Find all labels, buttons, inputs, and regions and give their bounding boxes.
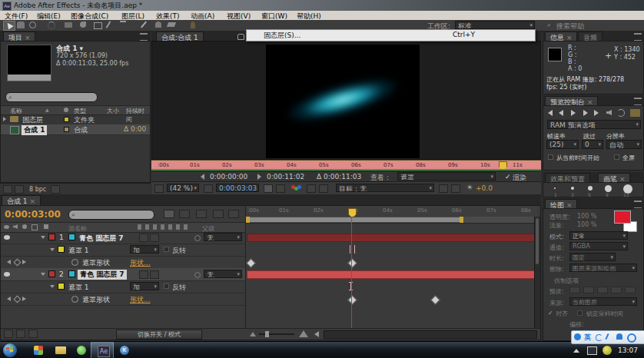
in-point-icon[interactable] xyxy=(201,174,204,180)
timeline-search-input[interactable]: ⌕ xyxy=(68,210,154,220)
timeline-zoom-slider[interactable] xyxy=(259,333,294,335)
expander-icon[interactable] xyxy=(3,117,6,121)
work-area-bar[interactable] xyxy=(246,217,537,224)
show-snapshot-icon[interactable] xyxy=(276,184,285,193)
in-time[interactable]: 0:00:00:00 xyxy=(210,173,247,181)
render-check-icon[interactable]: ✓ xyxy=(505,173,511,181)
shape-tool[interactable] xyxy=(94,22,102,29)
quality-switch[interactable] xyxy=(139,234,148,242)
panel-menu-icon[interactable] xyxy=(634,98,642,105)
flow-value[interactable]: 100 % xyxy=(577,221,596,228)
prev-frame-button[interactable] xyxy=(559,110,563,116)
prev-keyframe-icon[interactable] xyxy=(7,297,11,301)
skip-select[interactable]: 0▾ xyxy=(582,140,603,149)
brush-preset[interactable] xyxy=(605,185,612,192)
eye-icon[interactable] xyxy=(4,235,10,240)
toggle-switches-modes-button[interactable]: 切换开关 / 模式 xyxy=(116,330,202,340)
effects-switch[interactable] xyxy=(150,270,159,279)
new-folder-icon[interactable] xyxy=(15,185,24,194)
align-check-icon[interactable]: ✓ xyxy=(548,310,553,317)
invert-checkbox[interactable] xyxy=(164,283,169,289)
from-current-checkbox[interactable] xyxy=(548,154,553,160)
ime-mode-icon[interactable]: 英 xyxy=(584,333,591,343)
composition-canvas[interactable] xyxy=(266,45,420,158)
time-ruler[interactable]: :00s 01s 02s 03s 04s 05s 06s 07s 08s xyxy=(246,206,537,217)
parent-select[interactable]: 无▾ xyxy=(204,270,242,278)
fast-preview-icon[interactable] xyxy=(451,184,460,193)
ram-preview-button[interactable] xyxy=(629,108,641,118)
viewer-time-ruler[interactable]: :00s 01s 02s 03s 04s 05s 06s 07s 08s 09s… xyxy=(151,160,541,171)
text-tool[interactable] xyxy=(120,21,126,30)
fullscreen-checkbox[interactable] xyxy=(614,154,619,160)
project-search-input[interactable]: ⌕ xyxy=(5,92,98,102)
out-time[interactable]: 0:00:11:02 xyxy=(267,173,304,181)
hand-tool[interactable] xyxy=(17,22,25,28)
panel-menu-icon[interactable] xyxy=(634,33,642,41)
opacity-value[interactable]: 100 % xyxy=(577,213,596,220)
stopwatch-icon[interactable] xyxy=(71,259,78,266)
timeline-vscrollbar[interactable] xyxy=(534,217,540,340)
tray-expand-icon[interactable] xyxy=(573,349,579,353)
expander-icon[interactable] xyxy=(50,285,55,288)
layer-name[interactable]: 青色 固态层 7 xyxy=(78,270,127,280)
ime-settings-icon[interactable] xyxy=(627,333,636,343)
loop-button[interactable] xyxy=(617,109,625,117)
invert-checkbox[interactable] xyxy=(164,247,169,252)
keyframe[interactable] xyxy=(246,258,256,268)
work-area-end-handle[interactable] xyxy=(460,217,463,223)
resolution-select[interactable]: 自动▾ xyxy=(606,140,642,149)
zoom-tool[interactable] xyxy=(29,22,36,28)
shy-layers-icon[interactable] xyxy=(179,210,190,218)
project-row-solids[interactable]: 固态层 文件夹 xyxy=(1,114,150,125)
clone-preset-button[interactable] xyxy=(611,287,622,293)
taskbar-app-icon[interactable] xyxy=(34,346,43,355)
workspace-select[interactable]: 标准 ▾ xyxy=(455,21,535,29)
panel-menu-icon[interactable] xyxy=(634,201,642,208)
puppet-tool[interactable] xyxy=(191,22,195,28)
selection-tool[interactable] xyxy=(3,21,15,31)
clone-preset-button[interactable] xyxy=(625,287,636,293)
expand-modes-icon[interactable] xyxy=(16,330,25,338)
tab-timeline-comp[interactable]: 合成 1 × xyxy=(2,195,41,206)
timeline-current-time[interactable]: 0:00:03:00 xyxy=(5,209,61,220)
view-select[interactable]: 遮罩▾ xyxy=(397,172,496,181)
first-frame-button[interactable] xyxy=(548,110,553,116)
mask-shape-row-2[interactable]: 遮罩形状 形状... xyxy=(1,293,245,306)
resolution-icon[interactable] xyxy=(307,184,316,193)
stopwatch-icon[interactable] xyxy=(71,296,78,303)
lock-time-checkbox[interactable] xyxy=(577,310,583,316)
ime-fullhalf-icon[interactable] xyxy=(596,334,603,341)
project-row-comp[interactable]: 合成 1 合成 Δ 0:00 xyxy=(1,124,150,135)
mask-mode-select[interactable]: 加▾ xyxy=(130,282,159,290)
exposure-value[interactable]: +0.0 xyxy=(476,184,493,192)
zoom-out-mountain-icon[interactable] xyxy=(250,332,256,336)
clone-preset-button[interactable] xyxy=(569,287,580,293)
property-value-link[interactable]: 形状... xyxy=(130,295,151,305)
safe-margins-icon[interactable] xyxy=(204,184,213,193)
project-bit-depth[interactable]: 8 bpc xyxy=(29,186,46,193)
media-player-icon[interactable]: K xyxy=(120,346,129,355)
security-shield-icon[interactable] xyxy=(603,346,612,355)
expander-icon[interactable] xyxy=(41,273,45,276)
out-point-icon[interactable] xyxy=(257,174,261,180)
keyframe[interactable] xyxy=(347,295,357,305)
explorer-icon[interactable] xyxy=(55,346,66,354)
clock[interactable]: 13:07 xyxy=(618,346,638,354)
pixel-aspect-icon[interactable] xyxy=(439,184,448,193)
snapshot-icon[interactable] xyxy=(264,184,273,193)
magnification-select[interactable]: (42 %)▾ xyxy=(167,184,199,192)
camera-tool[interactable] xyxy=(65,22,72,28)
parent-select[interactable]: 无▾ xyxy=(204,233,242,241)
context-menu-item-solid-layer[interactable]: 固态层(S)... Ctrl+Y xyxy=(246,29,536,41)
composition-mini-flowchart-icon[interactable] xyxy=(164,210,174,218)
brush-preset[interactable] xyxy=(554,187,556,189)
next-keyframe-icon[interactable] xyxy=(22,297,26,301)
viewer-timecode[interactable]: 0:00:03:03 xyxy=(216,184,259,192)
prev-keyframe-icon[interactable] xyxy=(7,260,11,264)
taskbar-ae-button[interactable]: Ae xyxy=(91,342,114,358)
last-frame-button[interactable] xyxy=(594,110,599,116)
ime-logo-icon[interactable] xyxy=(574,333,581,340)
effects-switch[interactable] xyxy=(150,234,159,242)
brainstorm-icon[interactable] xyxy=(228,210,239,218)
mode-select[interactable]: 正常▾ xyxy=(569,231,628,240)
